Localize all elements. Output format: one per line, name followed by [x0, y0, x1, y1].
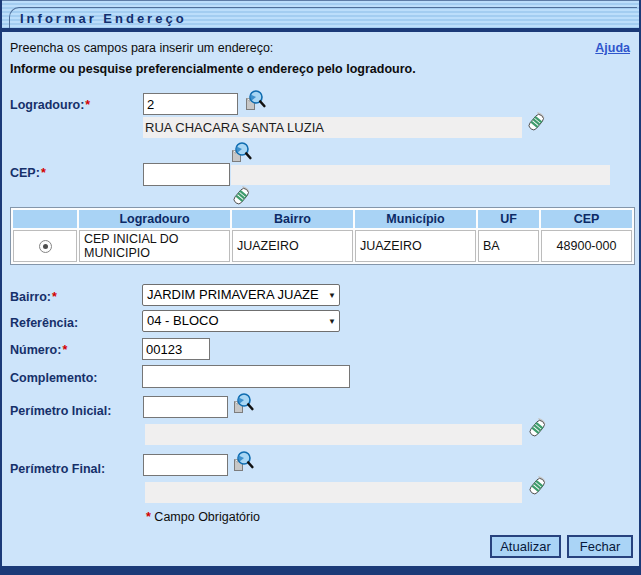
help-link[interactable]: Ajuda: [595, 41, 630, 55]
complemento-input[interactable]: [142, 365, 350, 388]
sub-instruction-text: Informe ou pesquise preferencialmente o …: [10, 62, 416, 76]
table-row: CEP INICIAL DO MUNICIPIO JUAZEIRO JUAZEI…: [13, 230, 632, 262]
bottom-bar: [2, 566, 641, 575]
row-cell-logradouro: CEP INICIAL DO MUNICIPIO: [79, 230, 230, 262]
required-field-note: * Campo Obrigatório: [145, 510, 260, 524]
bairro-label: Bairro:*: [10, 290, 57, 304]
fechar-button[interactable]: Fechar: [567, 535, 633, 558]
referencia-selected-value: 04 - BLOCO: [147, 313, 219, 328]
row-cell-bairro: JUAZEIRO: [232, 230, 353, 262]
search-icon[interactable]: [230, 392, 254, 416]
cep-name-field: [231, 165, 610, 185]
row-cell-cep: 48900-000: [541, 230, 632, 262]
address-results-table: Logradouro Bairro Município UF CEP CEP I…: [10, 207, 635, 265]
perimetro-inicial-name-field: [145, 424, 522, 445]
logradouro-name-field: RUA CHACARA SANTA LUZIA: [143, 117, 522, 138]
perimetro-final-label: Perímetro Final:: [10, 462, 105, 476]
row-radio-selected[interactable]: [39, 240, 52, 253]
perimetro-inicial-label: Perímetro Inicial:: [10, 404, 111, 418]
perimetro-inicial-input[interactable]: [143, 396, 228, 418]
search-icon[interactable]: [230, 450, 254, 474]
row-cell-uf: BA: [478, 230, 539, 262]
title-underbar: [2, 28, 641, 32]
informar-endereco-dialog: Informar Endereço Preencha os campos par…: [0, 0, 641, 575]
numero-label: Número:*: [10, 343, 67, 357]
eraser-icon[interactable]: [229, 184, 253, 208]
referencia-select[interactable]: 04 - BLOCO ▼: [142, 310, 340, 332]
chevron-down-icon: ▼: [328, 318, 336, 326]
search-icon[interactable]: [242, 89, 266, 113]
table-header-row: Logradouro Bairro Município UF CEP: [13, 210, 632, 228]
title-bar: Informar Endereço: [2, 0, 641, 28]
cep-label: CEP:*: [10, 166, 46, 180]
row-radio-cell: [13, 230, 77, 262]
logradouro-code-input[interactable]: [143, 93, 238, 115]
search-icon[interactable]: [228, 141, 252, 165]
numero-input[interactable]: [142, 338, 210, 360]
column-header-bairro: Bairro: [232, 210, 353, 228]
column-header-uf: UF: [478, 210, 539, 228]
perimetro-final-name-field: [145, 482, 522, 503]
bairro-select[interactable]: JARDIM PRIMAVERA JUAZE ▼: [142, 284, 340, 306]
column-header-cep: CEP: [541, 210, 632, 228]
row-cell-municipio: JUAZEIRO: [355, 230, 476, 262]
eraser-icon[interactable]: [525, 416, 549, 440]
chevron-down-icon: ▼: [328, 292, 336, 300]
dialog-title: Informar Endereço: [20, 11, 187, 26]
radio-column-header: [13, 210, 77, 228]
atualizar-button[interactable]: Atualizar: [490, 535, 561, 558]
logradouro-label: Logradouro:*: [10, 98, 90, 112]
referencia-label: Referência:: [10, 316, 78, 330]
column-header-logradouro: Logradouro: [79, 210, 230, 228]
bairro-selected-value: JARDIM PRIMAVERA JUAZE: [147, 287, 319, 302]
perimetro-final-input[interactable]: [143, 454, 228, 476]
complemento-label: Complemento:: [10, 371, 98, 385]
column-header-municipio: Município: [355, 210, 476, 228]
instruction-text: Preencha os campos para inserir um ender…: [10, 41, 273, 55]
cep-input[interactable]: [143, 163, 230, 186]
eraser-icon[interactable]: [524, 110, 548, 134]
eraser-icon[interactable]: [525, 474, 549, 498]
